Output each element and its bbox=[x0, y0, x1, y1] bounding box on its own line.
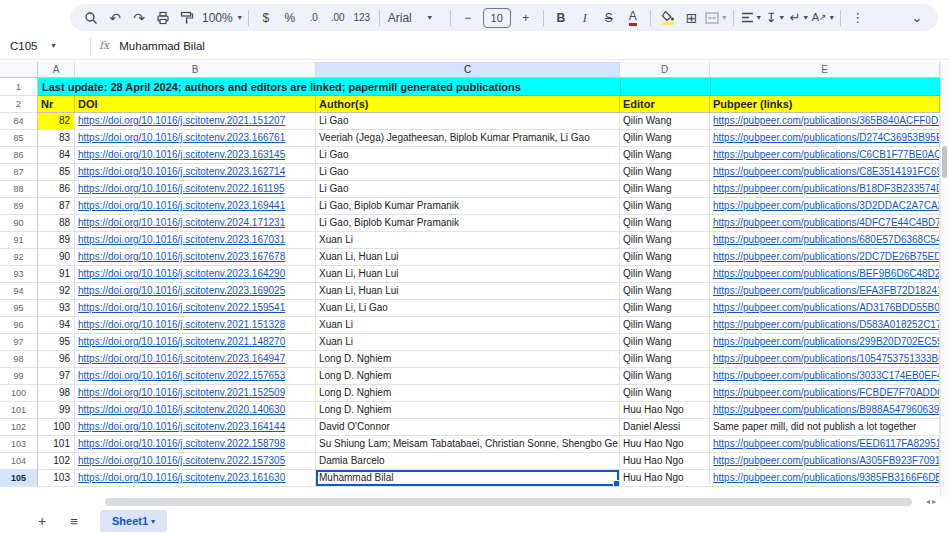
row-header-97[interactable]: 97 bbox=[0, 334, 38, 351]
cell-authors[interactable]: Li Gao, Biplob Kumar Pramanik bbox=[316, 215, 620, 232]
cell-doi[interactable]: https://doi.org/10.1016/j.scitotenv.2023… bbox=[75, 470, 316, 487]
cell-nr[interactable]: 93 bbox=[38, 300, 75, 317]
row-header[interactable]: 1 bbox=[0, 78, 38, 96]
cell-authors[interactable]: Muhammad Bilal bbox=[316, 470, 620, 487]
collapse-toolbar-icon[interactable]: ⌄ bbox=[906, 7, 928, 29]
text-rotation-button[interactable]: A↗▾ bbox=[812, 7, 834, 29]
cell-editor[interactable]: Qilin Wang bbox=[620, 147, 710, 164]
cell-authors[interactable]: Damia Barcelo bbox=[316, 453, 620, 470]
pubpeer-link[interactable]: https://pubpeer.com/publications/AD3176B… bbox=[713, 302, 940, 313]
cell-nr[interactable]: 89 bbox=[38, 232, 75, 249]
cell-doi[interactable]: https://doi.org/10.1016/j.scitotenv.2024… bbox=[75, 215, 316, 232]
row-header-89[interactable]: 89 bbox=[0, 198, 38, 215]
doi-link[interactable]: https://doi.org/10.1016/j.scitotenv.2022… bbox=[78, 302, 285, 313]
cell-nr[interactable]: 87 bbox=[38, 198, 75, 215]
horizontal-align-button[interactable]: ▾ bbox=[740, 7, 762, 29]
row-header-84[interactable]: 84 bbox=[0, 113, 38, 130]
percent-format-button[interactable]: % bbox=[279, 7, 301, 29]
cell-nr[interactable]: 103 bbox=[38, 470, 75, 487]
cell-doi[interactable]: https://doi.org/10.1016/j.scitotenv.2023… bbox=[75, 130, 316, 147]
cell-authors[interactable]: Li Gao bbox=[316, 113, 620, 130]
sheet-tab[interactable]: Sheet1 ▾ bbox=[100, 510, 167, 532]
cell-pubpeer[interactable]: https://pubpeer.com/publications/9385FB3… bbox=[710, 470, 940, 487]
cell-doi[interactable]: https://doi.org/10.1016/j.scitotenv.2021… bbox=[75, 385, 316, 402]
cell-nr[interactable]: 85 bbox=[38, 164, 75, 181]
doi-link[interactable]: https://doi.org/10.1016/j.scitotenv.2022… bbox=[78, 438, 285, 449]
cell-pubpeer[interactable]: https://pubpeer.com/publications/AD3176B… bbox=[710, 300, 940, 317]
cell-pubpeer[interactable]: https://pubpeer.com/publications/299B20D… bbox=[710, 334, 940, 351]
cell-pubpeer[interactable]: https://pubpeer.com/publications/3D2DDAC… bbox=[710, 198, 940, 215]
doi-link[interactable]: https://doi.org/10.1016/j.scitotenv.2023… bbox=[78, 200, 285, 211]
cell-editor[interactable]: Qilin Wang bbox=[620, 130, 710, 147]
cell-editor[interactable]: Huu Hao Ngo bbox=[620, 453, 710, 470]
name-box[interactable]: C105 ▾ bbox=[0, 40, 86, 52]
cell-pubpeer[interactable]: https://pubpeer.com/publications/680E57D… bbox=[710, 232, 940, 249]
decrease-decimal-button[interactable]: .0 bbox=[303, 7, 325, 29]
row-header-100[interactable]: 100 bbox=[0, 385, 38, 402]
row-header-86[interactable]: 86 bbox=[0, 147, 38, 164]
cell-doi[interactable]: https://doi.org/10.1016/j.scitotenv.2022… bbox=[75, 368, 316, 385]
cell-pubpeer[interactable]: https://pubpeer.com/publications/C6CB1F7… bbox=[710, 147, 940, 164]
pubpeer-link[interactable]: https://pubpeer.com/publications/FCBDE7F… bbox=[713, 387, 940, 398]
cell-authors[interactable]: Xuan Li bbox=[316, 334, 620, 351]
row-header-95[interactable]: 95 bbox=[0, 300, 38, 317]
horizontal-scrollbar-thumb[interactable] bbox=[105, 498, 912, 506]
cell-nr[interactable]: 82 bbox=[38, 113, 75, 130]
cell-pubpeer[interactable]: https://pubpeer.com/publications/365B840… bbox=[710, 113, 940, 130]
cell-doi[interactable]: https://doi.org/10.1016/j.scitotenv.2022… bbox=[75, 436, 316, 453]
cell-editor[interactable]: Qilin Wang bbox=[620, 113, 710, 130]
row-header-98[interactable]: 98 bbox=[0, 351, 38, 368]
cell-nr[interactable]: 90 bbox=[38, 249, 75, 266]
cell-authors[interactable]: David O'Connor bbox=[316, 419, 620, 436]
cell-authors[interactable]: Li Gao, Biplob Kumar Pramanik bbox=[316, 198, 620, 215]
cell-nr[interactable]: 98 bbox=[38, 385, 75, 402]
cell-doi[interactable]: https://doi.org/10.1016/j.scitotenv.2023… bbox=[75, 232, 316, 249]
pubpeer-link[interactable]: https://pubpeer.com/publications/B988A54… bbox=[713, 404, 940, 415]
cell-nr[interactable]: 97 bbox=[38, 368, 75, 385]
cell-pubpeer[interactable]: https://pubpeer.com/publications/1054753… bbox=[710, 351, 940, 368]
text-wrap-button[interactable]: ↵▾ bbox=[788, 7, 810, 29]
doi-link[interactable]: https://doi.org/10.1016/j.scitotenv.2023… bbox=[78, 251, 285, 262]
column-header-c[interactable]: C bbox=[316, 62, 620, 78]
pubpeer-link[interactable]: https://pubpeer.com/publications/1054753… bbox=[713, 353, 940, 364]
doi-link[interactable]: https://doi.org/10.1016/j.scitotenv.2021… bbox=[78, 336, 285, 347]
row-header-105[interactable]: 105 bbox=[0, 470, 38, 487]
row-header-87[interactable]: 87 bbox=[0, 164, 38, 181]
doi-link[interactable]: https://doi.org/10.1016/j.scitotenv.2023… bbox=[78, 268, 285, 279]
cell-pubpeer[interactable]: https://pubpeer.com/publications/4DFC7E4… bbox=[710, 215, 940, 232]
cell-authors[interactable]: Li Gao bbox=[316, 181, 620, 198]
cell-pubpeer[interactable]: https://pubpeer.com/publications/FCBDE7F… bbox=[710, 385, 940, 402]
cell-doi[interactable]: https://doi.org/10.1016/j.scitotenv.2023… bbox=[75, 147, 316, 164]
pubpeer-link[interactable]: https://pubpeer.com/publications/EFA3FB7… bbox=[713, 285, 940, 296]
row-header-90[interactable]: 90 bbox=[0, 215, 38, 232]
cell-pubpeer[interactable]: https://pubpeer.com/publications/EED6117… bbox=[710, 436, 940, 453]
column-header-e[interactable]: E bbox=[710, 62, 940, 78]
cell-authors[interactable]: Long D. Nghiem bbox=[316, 402, 620, 419]
decrease-font-size-button[interactable]: − bbox=[457, 7, 479, 29]
pubpeer-link[interactable]: https://pubpeer.com/publications/C6CB1F7… bbox=[713, 149, 940, 160]
cell-pubpeer[interactable]: Same paper mill, did not publish a lot t… bbox=[710, 419, 940, 436]
cell-pubpeer[interactable]: https://pubpeer.com/publications/A305FB9… bbox=[710, 453, 940, 470]
cell-editor[interactable]: Qilin Wang bbox=[620, 283, 710, 300]
scroll-right-icon[interactable]: ▸ bbox=[932, 497, 938, 506]
header-doi[interactable]: DOI bbox=[75, 96, 316, 113]
pubpeer-link[interactable]: https://pubpeer.com/publications/B18DF3B… bbox=[713, 183, 940, 194]
cell-pubpeer[interactable]: https://pubpeer.com/publications/D583A01… bbox=[710, 317, 940, 334]
cell-authors[interactable]: Xuan Li bbox=[316, 317, 620, 334]
cell-nr[interactable]: 96 bbox=[38, 351, 75, 368]
undo-icon[interactable]: ↶ bbox=[104, 7, 126, 29]
italic-button[interactable]: I bbox=[574, 7, 596, 29]
cell-pubpeer[interactable]: https://pubpeer.com/publications/3033C17… bbox=[710, 368, 940, 385]
currency-format-button[interactable]: $ bbox=[255, 7, 277, 29]
cell-editor[interactable]: Qilin Wang bbox=[620, 215, 710, 232]
cell-nr[interactable]: 101 bbox=[38, 436, 75, 453]
cell-nr[interactable]: 100 bbox=[38, 419, 75, 436]
more-options-icon[interactable]: ⋮ bbox=[847, 7, 869, 29]
row-header[interactable]: 2 bbox=[0, 96, 38, 113]
header-editor[interactable]: Editor bbox=[620, 96, 710, 113]
cell-nr[interactable]: 91 bbox=[38, 266, 75, 283]
cell-nr[interactable]: 95 bbox=[38, 334, 75, 351]
cell-pubpeer[interactable]: https://pubpeer.com/publications/EFA3FB7… bbox=[710, 283, 940, 300]
pubpeer-link[interactable]: https://pubpeer.com/publications/3D2DDAC… bbox=[713, 200, 940, 211]
cell-editor[interactable]: Qilin Wang bbox=[620, 351, 710, 368]
